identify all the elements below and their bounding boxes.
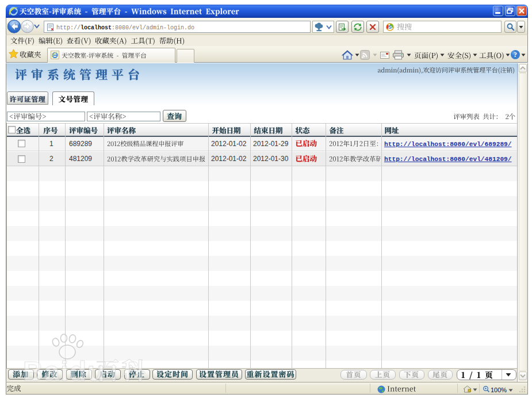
- svg-text:S: S: [388, 24, 392, 30]
- svg-text:?: ?: [514, 51, 517, 59]
